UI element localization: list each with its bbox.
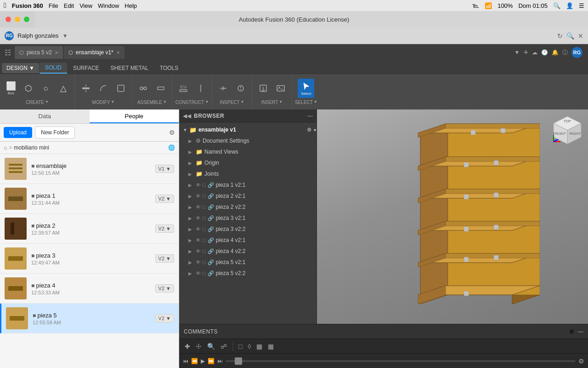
construct-axis[interactable]: [192, 79, 209, 98]
tree-item[interactable]: ▶ 👁 □ 🔗 pieza 4 v2:2: [179, 246, 317, 257]
fit-icon[interactable]: ☍: [219, 342, 229, 351]
create-more-tool[interactable]: △: [55, 79, 72, 98]
grid2-icon[interactable]: ▦: [266, 342, 276, 351]
tree-eye-icon[interactable]: 👁: [196, 226, 201, 232]
tree-eye-icon[interactable]: 👁: [196, 215, 201, 221]
file-version[interactable]: V2 ▼: [155, 284, 174, 293]
tree-eye-icon[interactable]: 👁: [196, 248, 201, 254]
viewcube[interactable]: TOP RIGHT FRONT: [551, 114, 583, 146]
step-back-icon[interactable]: ⏪: [191, 358, 198, 364]
comments-collapse-icon[interactable]: —: [578, 328, 583, 335]
tree-item[interactable]: ▶ 👁 □ 🔗 pieza 1 v2:1: [179, 179, 317, 190]
tree-eye-icon[interactable]: 👁: [196, 182, 201, 188]
tree-eye-icon[interactable]: 👁: [196, 193, 201, 199]
globe-icon[interactable]: 🌐: [168, 144, 175, 151]
help-menu[interactable]: Help: [124, 2, 137, 9]
tree-eye-icon[interactable]: 👁: [196, 270, 201, 276]
settings-icon[interactable]: ⚙: [169, 129, 175, 136]
tree-item[interactable]: ▶ ⚙ Document Settings: [179, 135, 317, 146]
tree-eye-icon[interactable]: 👁: [196, 259, 201, 265]
3d-viewport[interactable]: TOP RIGHT FRONT: [317, 109, 588, 324]
tree-checkbox-icon[interactable]: □: [203, 270, 206, 276]
tree-item[interactable]: ▶ 👁 □ 🔗 pieza 5 v2:1: [179, 257, 317, 268]
list-item[interactable]: ■ pieza 2 12:38:57 AM V2 ▼: [0, 214, 179, 244]
user-initials-badge[interactable]: RG: [571, 47, 582, 58]
tree-checkbox-icon[interactable]: □: [203, 215, 206, 221]
insert-derive[interactable]: [255, 79, 271, 98]
apps-grid-icon[interactable]: ☷: [2, 48, 14, 57]
search-icon[interactable]: 🔍: [566, 32, 574, 40]
search-icon[interactable]: 🔍: [553, 2, 560, 9]
insert-caret[interactable]: ▼: [279, 100, 283, 104]
history-icon[interactable]: 🕐: [541, 49, 548, 56]
window-menu[interactable]: Window: [98, 2, 119, 9]
list-item[interactable]: ■ pieza 5 12:55:58 AM V2 ▼: [0, 304, 179, 334]
design-mode-button[interactable]: DESIGN ▼: [2, 63, 39, 73]
close-panel-icon[interactable]: ✕: [578, 32, 583, 40]
file-menu[interactable]: File: [49, 2, 58, 9]
file-version[interactable]: V2 ▼: [155, 314, 174, 322]
tab-surface[interactable]: SURFACE: [68, 63, 105, 73]
tab-close-icon[interactable]: ✕: [55, 50, 58, 55]
select-tool[interactable]: Select: [298, 79, 314, 98]
bluetooth-icon[interactable]: ℡: [472, 2, 479, 9]
tree-item[interactable]: ▶ 👁 □ 🔗 pieza 5 v2:2: [179, 268, 317, 279]
tab-tools[interactable]: TOOLS: [154, 63, 184, 73]
file-version[interactable]: V2 ▼: [155, 195, 174, 203]
skip-end-icon[interactable]: ⏭: [217, 358, 223, 364]
modify-shell[interactable]: [113, 79, 129, 98]
control-center-icon[interactable]: ☰: [579, 2, 584, 9]
create-caret[interactable]: ▼: [45, 100, 49, 104]
tree-item[interactable]: ▶ 👁 □ 🔗 pieza 2 v2:2: [179, 201, 317, 213]
wifi-icon[interactable]: 📶: [485, 2, 492, 9]
modify-caret[interactable]: ▼: [111, 100, 114, 104]
tree-item[interactable]: ▶ 📁 Joints: [179, 168, 317, 179]
tree-checkbox-icon[interactable]: □: [203, 182, 206, 188]
tree-checkbox-icon[interactable]: □: [203, 259, 206, 265]
browser-minimize-icon[interactable]: —: [307, 113, 313, 119]
add-tab-icon[interactable]: +: [523, 48, 528, 58]
tree-checkbox-icon[interactable]: □: [203, 226, 206, 232]
tab-people[interactable]: People: [90, 109, 179, 123]
step-forward-icon[interactable]: ⏩: [208, 358, 215, 364]
play-icon[interactable]: ▶: [201, 358, 205, 364]
zoom-icon[interactable]: 🔍: [205, 342, 217, 351]
timeline-marker[interactable]: [235, 357, 242, 365]
app-name-menu[interactable]: Fusion 360: [12, 2, 43, 9]
modify-fillet[interactable]: [95, 79, 112, 98]
tree-item[interactable]: ▶ 👁 □ 🔗 pieza 4 v2:1: [179, 235, 317, 246]
list-item[interactable]: ■ pieza 4 12:53:33 AM V2 ▼: [0, 274, 179, 304]
minimize-button[interactable]: [15, 17, 20, 22]
browser-collapse-icon[interactable]: ◀◀: [183, 113, 191, 119]
home-icon[interactable]: ⌂: [4, 144, 7, 151]
apple-menu[interactable]: : [4, 1, 6, 10]
refresh-icon[interactable]: ↻: [557, 32, 563, 40]
tree-item[interactable]: ▶ 📁 Named Views: [179, 146, 317, 157]
root-settings-icon[interactable]: ⚙: [307, 127, 311, 133]
list-item[interactable]: ■ ensamblaje 12:56:15 AM V1 ▼: [0, 154, 179, 184]
edit-menu[interactable]: Edit: [64, 2, 74, 9]
tab-data[interactable]: Data: [0, 109, 90, 123]
file-version[interactable]: V1 ▼: [155, 165, 174, 173]
tree-root[interactable]: ▼ 📁 ensamblaje v1 ⚙ ●: [179, 124, 317, 135]
inspect-caret[interactable]: ▼: [241, 100, 244, 104]
user-dropdown-caret[interactable]: ▼: [62, 33, 68, 39]
orbit-icon[interactable]: ✚: [183, 342, 192, 351]
breadcrumb-item[interactable]: mobiliario mini: [14, 144, 49, 151]
file-version[interactable]: V2 ▼: [155, 224, 174, 233]
tab-dropdown-icon[interactable]: ▼: [514, 49, 520, 56]
tree-checkbox-icon[interactable]: □: [203, 248, 206, 254]
tree-item[interactable]: ▶ 📁 Origin: [179, 157, 317, 168]
timeline-bar[interactable]: [226, 360, 576, 362]
create-sphere-tool[interactable]: ○: [38, 79, 54, 98]
tree-item[interactable]: ▶ 👁 □ 🔗 pieza 3 v2:1: [179, 213, 317, 224]
skip-start-icon[interactable]: ⏮: [183, 358, 188, 364]
help-icon[interactable]: ⓘ: [562, 49, 568, 57]
insert-image[interactable]: [272, 79, 289, 98]
construct-offset-plane[interactable]: [175, 79, 192, 98]
tree-checkbox-icon[interactable]: □: [203, 237, 206, 243]
notifications-icon[interactable]: 🔔: [552, 49, 559, 56]
list-item[interactable]: ■ pieza 1 12:31:44 AM V2 ▼: [0, 184, 179, 214]
construct-caret[interactable]: ▼: [205, 100, 209, 104]
user-icon[interactable]: 👤: [566, 2, 573, 9]
